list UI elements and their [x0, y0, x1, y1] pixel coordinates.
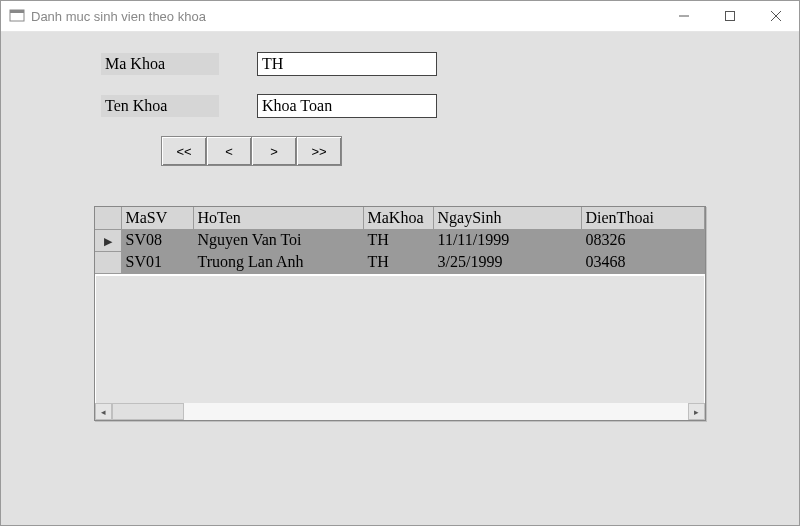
close-button[interactable] [753, 1, 799, 31]
nav-prev-button[interactable]: < [206, 136, 252, 166]
scroll-thumb[interactable] [112, 403, 184, 420]
nav-last-button[interactable]: >> [296, 136, 342, 166]
row-ma-khoa: Ma Khoa [101, 52, 799, 76]
horizontal-scrollbar[interactable]: ◂ ▸ [95, 403, 705, 420]
table-row[interactable]: SV01Truong Lan AnhTH3/25/199903468 [95, 251, 705, 273]
maximize-button[interactable] [707, 1, 753, 31]
minimize-button[interactable] [661, 1, 707, 31]
col-header-dienthoai[interactable]: DienThoai [581, 207, 705, 229]
title-bar: Danh muc sinh vien theo khoa [1, 1, 799, 32]
maximize-icon [725, 11, 735, 21]
col-header-ngaysinh[interactable]: NgaySinh [433, 207, 581, 229]
row-ten-khoa: Ten Khoa [101, 94, 799, 118]
row-header[interactable] [95, 251, 121, 273]
cell-makhoa[interactable]: TH [363, 251, 433, 273]
client-area: Ma Khoa Ten Khoa << < > >> MaSV [1, 32, 799, 526]
scroll-right-button[interactable]: ▸ [688, 403, 705, 420]
nav-next-button[interactable]: > [251, 136, 297, 166]
nav-first-button[interactable]: << [161, 136, 207, 166]
grid-header-row: MaSV HoTen MaKhoa NgaySinh DienThoai [95, 207, 705, 229]
scroll-track[interactable] [112, 403, 688, 420]
close-icon [771, 11, 781, 21]
cell-ngaysinh[interactable]: 11/11/1999 [433, 229, 581, 251]
data-grid[interactable]: MaSV HoTen MaKhoa NgaySinh DienThoai ▶SV… [94, 206, 706, 421]
label-ma-khoa: Ma Khoa [101, 53, 219, 75]
scroll-left-button[interactable]: ◂ [95, 403, 112, 420]
cell-hoten[interactable]: Nguyen Van Toi [193, 229, 363, 251]
col-header-masv[interactable]: MaSV [121, 207, 193, 229]
col-header-makhoa[interactable]: MaKhoa [363, 207, 433, 229]
minimize-icon [679, 11, 689, 21]
app-icon [9, 8, 25, 24]
grid-background [96, 276, 704, 403]
grid-corner-cell[interactable] [95, 207, 121, 229]
app-window: Danh muc sinh vien theo khoa Ma Khoa Ten… [0, 0, 800, 526]
grid-table: MaSV HoTen MaKhoa NgaySinh DienThoai ▶SV… [95, 207, 705, 274]
svg-rect-1 [10, 10, 24, 13]
row-header[interactable]: ▶ [95, 229, 121, 251]
cell-masv[interactable]: SV08 [121, 229, 193, 251]
table-row[interactable]: ▶SV08Nguyen Van ToiTH11/11/199908326 [95, 229, 705, 251]
window-title: Danh muc sinh vien theo khoa [31, 9, 206, 24]
cell-masv[interactable]: SV01 [121, 251, 193, 273]
chevron-left-icon: ◂ [101, 407, 106, 417]
cell-dienthoai[interactable]: 03468 [581, 251, 705, 273]
label-ten-khoa: Ten Khoa [101, 95, 219, 117]
cell-ngaysinh[interactable]: 3/25/1999 [433, 251, 581, 273]
chevron-right-icon: ▸ [694, 407, 699, 417]
cell-makhoa[interactable]: TH [363, 229, 433, 251]
input-ten-khoa[interactable] [257, 94, 437, 118]
cell-dienthoai[interactable]: 08326 [581, 229, 705, 251]
cell-hoten[interactable]: Truong Lan Anh [193, 251, 363, 273]
svg-rect-3 [726, 12, 735, 21]
input-ma-khoa[interactable] [257, 52, 437, 76]
col-header-hoten[interactable]: HoTen [193, 207, 363, 229]
current-row-indicator-icon: ▶ [104, 235, 112, 247]
record-navigator: << < > >> [161, 136, 799, 166]
